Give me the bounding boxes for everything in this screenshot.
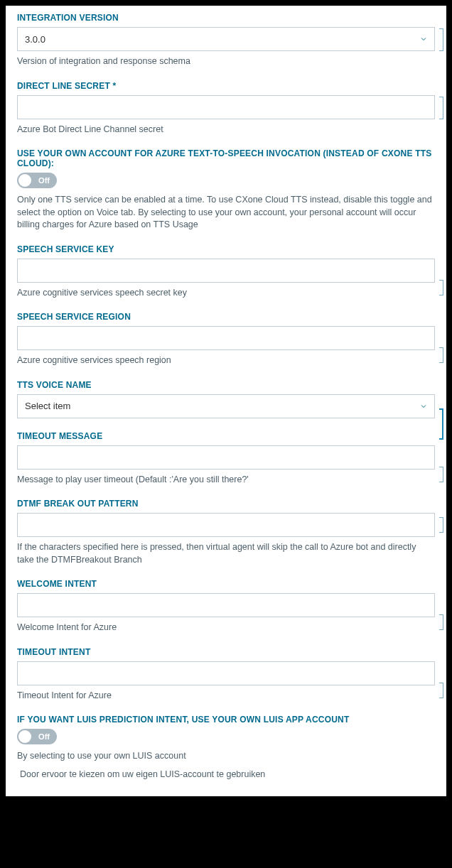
welcome-intent-input[interactable] [17,593,435,617]
own-tts-account-toggle[interactable]: Off [17,173,57,188]
edge-marker [439,28,443,51]
field-tts-voice-name: TTS VOICE NAME Select item [17,380,435,418]
timeout-intent-input[interactable] [17,661,435,685]
integration-version-value: 3.0.0 [25,34,45,45]
chevron-down-icon [419,401,429,411]
label-direct-line-secret: DIRECT LINE SECRET * [17,81,435,91]
toggle-off-label: Off [38,176,50,185]
edge-marker [439,467,443,482]
direct-line-secret-input[interactable] [17,95,435,119]
helper-timeout-intent: Timeout Intent for Azure [17,690,435,702]
edge-marker [439,280,443,295]
field-timeout-message: TIMEOUT MESSAGE Message to play user tim… [17,431,435,487]
luis-account-toggle[interactable]: Off [17,729,57,744]
field-direct-line-secret: DIRECT LINE SECRET * Azure Bot Direct Li… [17,81,435,136]
field-welcome-intent: WELCOME INTENT Welcome Intent for Azure [17,579,435,634]
field-luis-account: IF YOU WANT LUIS PREDICTION INTENT, USE … [17,715,435,781]
label-dtmf-breakout: DTMF BREAK OUT PATTERN [17,499,435,509]
helper-dtmf-breakout: If the characters specified here is pres… [17,541,435,566]
label-timeout-intent: TIMEOUT INTENT [17,647,435,657]
toggle-knob [18,174,31,187]
label-integration-version: INTEGRATION VERSION [17,13,435,23]
dtmf-breakout-input[interactable] [17,513,435,537]
label-speech-service-key: SPEECH SERVICE KEY [17,244,435,254]
field-integration-version: INTEGRATION VERSION 3.0.0 Version of int… [17,13,435,68]
label-tts-voice-name: TTS VOICE NAME [17,380,435,390]
toggle-off-label: Off [38,732,50,741]
helper-text: Timeout Intent for Azure [17,690,112,700]
settings-panel: INTEGRATION VERSION 3.0.0 Version of int… [6,6,446,796]
field-dtmf-breakout: DTMF BREAK OUT PATTERN If the characters… [17,499,435,566]
chevron-down-icon [419,34,429,44]
label-timeout-message: TIMEOUT MESSAGE [17,431,435,441]
edge-marker [439,683,443,698]
label-welcome-intent: WELCOME INTENT [17,579,435,589]
field-own-tts-account: USE YOUR OWN ACCOUNT FOR AZURE TEXT-TO-S… [17,148,435,232]
helper-own-tts-account: Only one TTS service can be enabled at a… [17,194,435,232]
timeout-message-input[interactable] [17,445,435,470]
field-speech-service-region: SPEECH SERVICE REGION Azure cognitive se… [17,312,435,367]
edge-marker [439,614,443,630]
helper-text: Azure cognitive services speech secret k… [17,288,187,298]
label-speech-service-region: SPEECH SERVICE REGION [17,312,435,322]
helper-timeout-message: Message to play user timeout (Default :'… [17,474,435,487]
helper-text: Welcome Intent for Azure [17,622,117,632]
helper-speech-service-region: Azure cognitive services speech region [17,354,435,367]
helper-text: Azure cognitive services speech region [17,355,171,365]
helper-luis-account: By selecting to use your own LUIS accoun… [17,750,435,763]
speech-service-key-input[interactable] [17,259,435,283]
integration-version-select[interactable]: 3.0.0 [17,27,435,51]
label-own-tts-account: USE YOUR OWN ACCOUNT FOR AZURE TEXT-TO-S… [17,148,435,168]
helper-speech-service-key: Azure cognitive services speech secret k… [17,287,435,300]
helper-welcome-intent: Welcome Intent for Azure [17,622,435,634]
helper-text: Message to play user timeout (Default :'… [17,474,249,484]
tts-voice-name-select[interactable]: Select item [17,394,435,418]
label-luis-account: IF YOU WANT LUIS PREDICTION INTENT, USE … [17,715,435,725]
field-timeout-intent: TIMEOUT INTENT Timeout Intent for Azure [17,647,435,702]
edge-marker-active [439,408,443,440]
edge-marker [439,517,443,533]
helper-integration-version: Version of integration and response sche… [17,55,435,68]
helper-direct-line-secret: Azure Bot Direct Line Channel secret [17,124,435,136]
edge-marker [439,347,443,363]
tts-voice-name-value: Select item [25,401,70,411]
edge-marker [439,97,443,119]
toggle-knob [18,730,31,743]
speech-service-region-input[interactable] [17,326,435,350]
field-speech-service-key: SPEECH SERVICE KEY Azure cognitive servi… [17,244,435,300]
helper-luis-account-translated: Door ervoor te kiezen om uw eigen LUIS-a… [17,769,435,781]
